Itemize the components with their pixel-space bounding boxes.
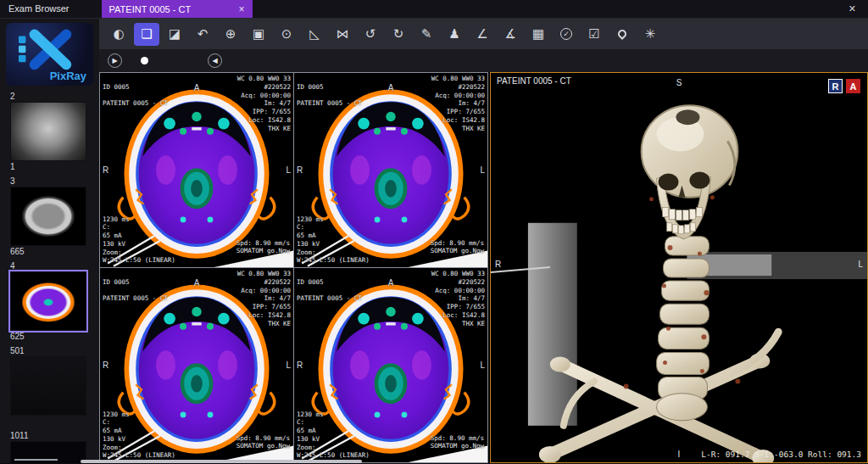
patient-id: ID 0005 [297, 83, 362, 92]
checkbox-icon[interactable]: ☑ [581, 23, 607, 46]
histogram-icon[interactable]: ▦ [526, 23, 551, 46]
circle-check-icon[interactable]: ✓ [554, 23, 579, 46]
orientation-marker-anterior: A [388, 277, 394, 288]
pin-icon[interactable] [609, 23, 635, 46]
orientation-marker-right: R [297, 360, 303, 371]
ct-2x2-grid: ID 0005 PATEINT 0005 - CT WC 0.80 WW0 33… [99, 72, 488, 463]
orientation-marker-right: R [297, 165, 303, 176]
series-preview-image[interactable] [10, 102, 86, 161]
tab-close-icon[interactable]: × [239, 3, 245, 15]
zoom-in-icon[interactable]: ⊕ [218, 23, 243, 46]
series-thumbnail[interactable]: 2 1 [10, 91, 99, 172]
series-preview-image[interactable] [10, 356, 86, 416]
angle-icon[interactable]: ∠ [470, 23, 495, 46]
scanner-overlay: Spd: 8.90 mm/s SOMATOM go.Now [236, 239, 290, 256]
contrast-icon[interactable]: ◐ [106, 23, 131, 46]
table-slab [528, 223, 577, 426]
series-image-count: 625 [10, 331, 99, 342]
cobb-angle-icon[interactable]: ∡ [498, 23, 523, 46]
set-square-icon[interactable]: ◺ [302, 23, 327, 46]
ct-axial-viewport[interactable]: ID 0005 PATEINT 0005 - CT WC 0.80 WW0 33… [294, 73, 487, 267]
invert-icon[interactable]: ◪ [162, 23, 187, 46]
acquisition-overlay: WC 0.80 WW0 33 #220522 Acq: 00:00:00 Im:… [431, 270, 485, 327]
tab-patient-ct[interactable]: PATEINT 0005 - CT × [102, 0, 253, 18]
patient-info-overlay: ID 0005 PATEINT 0005 - CT [103, 75, 168, 116]
annotation-pencil-icon[interactable]: ✎ [414, 23, 439, 46]
orientation-marker-anterior: A [388, 82, 394, 93]
ct-axial-viewport[interactable]: ID 0005 PATEINT 0005 - CT WC 0.80 WW0 33… [100, 268, 293, 462]
technique-overlay: 1230 ms C: 65 mA 130 kV Zoom: W:245 L:50… [103, 411, 175, 461]
series-image-count [10, 416, 99, 427]
volume-3d-viewport[interactable]: PATEINT 0005 - CT R A S R L I L-R: 091.7… [490, 72, 868, 463]
cine-play-button[interactable]: ▶ [108, 53, 122, 68]
orientation-marker-left: L [286, 360, 291, 371]
patient-info-overlay: ID 0005 PATEINT 0005 - CT [297, 75, 362, 116]
horizontal-scrollbar[interactable] [81, 460, 362, 463]
viewer-toolbar: ◐❏◪↶⊕▣⊙◺⋈↺↻✎♟∠∡▦✓☑✳ [99, 19, 868, 49]
patient-name: PATEINT 0005 - CT [297, 99, 362, 108]
scanner-overlay: Spd: 8.90 mm/s SOMATOM go.Now [431, 434, 484, 451]
scanner-overlay: Spd: 8.90 mm/s SOMATOM go.Now [431, 239, 484, 256]
orientation-marker-right: R [103, 360, 108, 371]
undo-icon[interactable]: ↶ [190, 23, 215, 46]
series-preview-image[interactable] [10, 187, 86, 246]
series-sidebar: PixRay 2 1 3 665 4 625 501 1011 [0, 19, 99, 463]
acquisition-overlay: WC 0.80 WW0 33 #220522 Acq: 00:00:00 Im:… [237, 270, 291, 327]
freeze-icon[interactable]: ✳ [637, 23, 663, 46]
orientation-marker-left: L [480, 165, 485, 176]
volume-render-image [491, 73, 867, 462]
patient-id: ID 0005 [297, 278, 362, 287]
series-number: 3 [10, 176, 99, 187]
series-thumbnail[interactable]: 1011 [10, 430, 99, 463]
flip-horizontal-icon[interactable]: ⋈ [330, 23, 355, 46]
series-number: 2 [10, 91, 99, 102]
series-number: 4 [10, 260, 99, 271]
logo-a-badge: A [846, 79, 860, 93]
window-close-icon[interactable]: ✕ [837, 0, 868, 18]
series-thumbnail[interactable]: 501 [10, 345, 99, 427]
ct-axial-viewport[interactable]: ID 0005 PATEINT 0005 - CT WC 0.80 WW0 33… [100, 73, 293, 267]
series-preview-image[interactable] [10, 271, 86, 331]
orientation-marker-left: L [858, 260, 863, 269]
technique-overlay: 1230 ms C: 65 mA 130 kV Zoom: W:245 L:50… [297, 215, 370, 266]
patient-name: PATEINT 0005 - CT [103, 99, 168, 108]
orientation-marker-anterior: A [194, 82, 200, 93]
pixray-logo: PixRay [6, 23, 93, 86]
person-height-icon[interactable]: ♟ [442, 23, 467, 46]
series-thumbnail[interactable]: 3 665 [10, 176, 99, 257]
volume-title: PATEINT 0005 - CT [497, 76, 571, 86]
layers-icon[interactable]: ❏ [134, 23, 159, 46]
rotate-right-icon[interactable]: ↻ [386, 23, 411, 46]
technique-overlay: 1230 ms C: 65 mA 130 kV Zoom: W:245 L:50… [103, 215, 175, 266]
orientation-marker-right: R [495, 260, 501, 269]
ct-axial-viewport[interactable]: ID 0005 PATEINT 0005 - CT WC 0.80 WW0 33… [294, 268, 487, 462]
cine-frame-dot[interactable] [141, 57, 148, 64]
patient-id: ID 0005 [103, 83, 168, 92]
orientation-marker-inferior: I [678, 450, 681, 459]
acquisition-overlay: WC 0.80 WW0 33 #220522 Acq: 00:00:00 Im:… [237, 75, 291, 132]
series-preview-image[interactable] [10, 441, 86, 463]
rotate-left-icon[interactable]: ↺ [358, 23, 383, 46]
pixray-app-window: Exam Browser PATEINT 0005 - CT × ✕ PixRa… [0, 0, 868, 464]
viewer-area: ID 0005 PATEINT 0005 - CT WC 0.80 WW0 33… [99, 72, 868, 463]
logo-r-badge: R [828, 79, 843, 93]
app-title: Exam Browser [0, 0, 78, 18]
scanner-overlay: Spd: 8.90 mm/s SOMATOM go.Now [236, 434, 290, 451]
patient-name: PATEINT 0005 - CT [103, 294, 168, 303]
title-bar: Exam Browser PATEINT 0005 - CT × ✕ [0, 0, 868, 19]
orientation-marker-left: L [480, 360, 485, 371]
acquisition-overlay: WC 0.80 WW0 33 #220522 Acq: 00:00:00 Im:… [431, 75, 485, 132]
series-thumbnail[interactable]: 4 625 [10, 260, 99, 342]
orientation-marker-anterior: A [194, 277, 200, 288]
patient-name: PATEINT 0005 - CT [297, 294, 362, 303]
volume-orientation-status: L-R: 091.7 S-I:-063.0 Roll: 091.3 [701, 450, 861, 459]
orientation-marker-right: R [103, 165, 108, 176]
magnify-region-icon[interactable]: ⊙ [274, 23, 299, 46]
tab-label: PATEINT 0005 - CT [109, 4, 192, 14]
cine-step-back-button[interactable]: ◀ [208, 53, 222, 68]
patient-id: ID 0005 [103, 278, 168, 287]
pixray-logo-text: PixRay [50, 70, 86, 82]
actual-size-icon[interactable]: ▣ [246, 23, 271, 46]
series-image-count: 1 [10, 161, 99, 172]
series-number: 501 [10, 345, 99, 356]
